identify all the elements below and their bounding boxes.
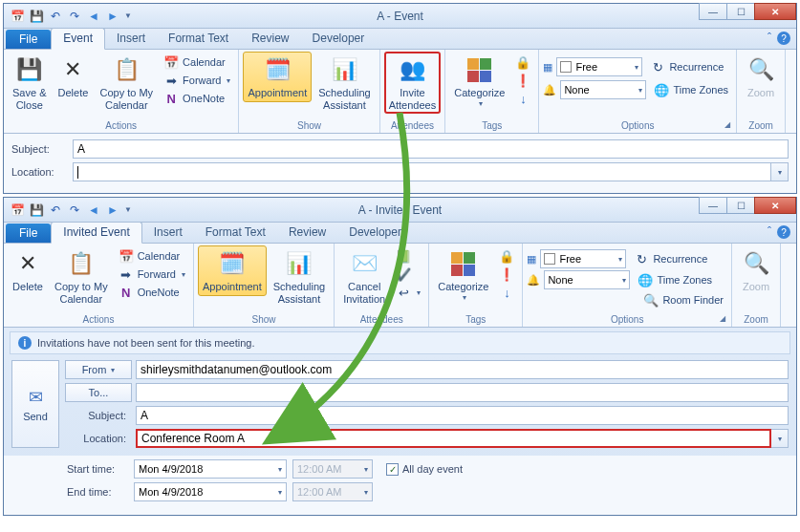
save-icon[interactable]: 💾 — [29, 9, 44, 24]
delete-button[interactable]: ✕ Delete — [53, 52, 93, 102]
onenote-button[interactable]: NOneNote — [160, 90, 234, 107]
next-icon[interactable]: ► — [105, 202, 120, 218]
end-date-combo[interactable]: Mon 4/9/2018▾ — [134, 482, 287, 501]
close-button[interactable]: ✕ — [754, 197, 796, 214]
minimize-button[interactable]: — — [699, 197, 727, 214]
group-label-show: Show — [198, 313, 330, 327]
save-icon[interactable]: 💾 — [29, 202, 44, 218]
categorize-button[interactable]: Categorize▾ — [433, 245, 493, 305]
forward-button[interactable]: ➡Forward▾ — [160, 72, 234, 89]
group-show: 🗓️ Appointment 📊 Scheduling Assistant Sh… — [239, 50, 379, 133]
categorize-button[interactable]: Categorize▾ — [449, 52, 509, 111]
recurrence-button[interactable]: ↻Recurrence — [630, 250, 711, 267]
options-launcher[interactable]: ◢ — [724, 120, 730, 129]
invite-attendees-button[interactable]: 👥 Invite Attendees — [384, 52, 442, 114]
tab-format-text[interactable]: Format Text — [194, 223, 277, 243]
all-day-checkbox[interactable]: ✓All day event — [386, 463, 463, 476]
undo-icon[interactable]: ↶ — [48, 9, 63, 24]
from-button[interactable]: From ▾ — [65, 360, 132, 379]
tab-insert[interactable]: Insert — [142, 223, 194, 243]
tab-file[interactable]: File — [6, 30, 51, 49]
recurrence-button[interactable]: ↻Recurrence — [646, 58, 727, 75]
importance-low-button[interactable]: ↓ — [511, 90, 534, 107]
send-button[interactable]: ✉ Send — [11, 360, 59, 448]
private-button[interactable]: 🔒 — [495, 247, 518, 265]
address-book-button[interactable]: 📗 — [392, 247, 424, 265]
check-names-button[interactable]: ✔️ — [392, 266, 424, 283]
group-label-options: Options◢ — [527, 313, 727, 327]
qat-dropdown[interactable]: ▼ — [124, 205, 132, 214]
maximize-button[interactable]: ☐ — [726, 197, 755, 214]
prev-icon[interactable]: ◄ — [86, 202, 101, 218]
delete-button[interactable]: ✕ Delete — [8, 245, 48, 296]
calendar-button[interactable]: 📅Calendar — [115, 247, 189, 265]
importance-high-button[interactable]: ❗ — [495, 266, 518, 283]
minimize-ribbon-icon[interactable]: ˆ — [768, 225, 771, 239]
minimize-ribbon-icon[interactable]: ˆ — [768, 32, 771, 45]
info-bar: i Invitations have not been sent for thi… — [10, 331, 790, 354]
onenote-button[interactable]: NOneNote — [115, 284, 189, 301]
appointment-button[interactable]: 🗓️ Appointment — [198, 245, 267, 296]
location-dropdown[interactable]: ▾ — [771, 162, 789, 181]
tab-event[interactable]: Event — [51, 28, 105, 50]
location-dropdown[interactable]: ▾ — [771, 429, 789, 448]
prev-icon[interactable]: ◄ — [86, 9, 101, 24]
forward-button[interactable]: ➡Forward▾ — [115, 266, 189, 283]
subject-input[interactable]: A — [73, 139, 789, 159]
zoom-button: 🔍 Zoom — [741, 52, 781, 102]
tab-review[interactable]: Review — [277, 223, 337, 243]
tab-format-text[interactable]: Format Text — [157, 29, 240, 49]
undo-icon[interactable]: ↶ — [48, 202, 63, 218]
group-label-tags: Tags — [433, 313, 518, 327]
show-as-combo[interactable]: Free▾ — [540, 249, 626, 268]
subject-input[interactable]: A — [136, 406, 789, 425]
scheduling-assistant-button[interactable]: 📊 Scheduling Assistant — [269, 245, 330, 308]
calendar-button[interactable]: 📅Calendar — [160, 53, 234, 71]
save-close-button[interactable]: 💾 Save & Close — [8, 52, 51, 114]
appointment-button[interactable]: 🗓️ Appointment — [243, 52, 312, 102]
time-zones-button[interactable]: 🌐Time Zones — [650, 81, 732, 98]
maximize-button[interactable]: ☐ — [726, 3, 755, 20]
copy-to-calendar-button[interactable]: 📋 Copy to My Calendar — [95, 52, 158, 114]
show-as-combo[interactable]: Free▾ — [556, 57, 642, 76]
help-icon[interactable]: ? — [777, 32, 790, 45]
copy-to-calendar-button[interactable]: 📋 Copy to My Calendar — [50, 245, 113, 308]
calendar-icon[interactable]: 📅 — [10, 9, 25, 24]
room-finder-button[interactable]: 🔍Room Finder — [639, 291, 727, 309]
time-zones-button[interactable]: 🌐Time Zones — [634, 271, 716, 288]
tab-developer[interactable]: Developer — [301, 29, 377, 49]
cancel-invitation-button[interactable]: ✉️ Cancel Invitation — [338, 245, 390, 308]
minimize-button[interactable]: — — [699, 3, 727, 20]
qat-dropdown[interactable]: ▼ — [124, 11, 132, 20]
tab-insert[interactable]: Insert — [105, 29, 157, 49]
compose-area: ✉ Send From ▾ shirleysmithdatanumen@outl… — [4, 360, 796, 456]
redo-icon[interactable]: ↷ — [67, 9, 82, 24]
response-options-button[interactable]: ↩▾ — [392, 284, 424, 301]
from-field[interactable]: shirleysmithdatanumen@outlook.com — [136, 360, 789, 379]
calendar-icon[interactable]: 📅 — [10, 202, 25, 218]
reminder-combo[interactable]: None▾ — [544, 270, 630, 289]
scheduling-assistant-button[interactable]: 📊 Scheduling Assistant — [314, 52, 375, 114]
next-icon[interactable]: ► — [105, 9, 120, 24]
location-input[interactable]: Conference Room A — [136, 429, 771, 448]
tab-review[interactable]: Review — [240, 29, 300, 49]
tab-invited-event[interactable]: Invited Event — [51, 222, 141, 244]
private-button[interactable]: 🔒 — [511, 53, 534, 71]
start-date-combo[interactable]: Mon 4/9/2018▾ — [134, 459, 287, 479]
close-button[interactable]: ✕ — [754, 3, 796, 20]
tab-file[interactable]: File — [6, 223, 51, 243]
reminder-combo[interactable]: None▾ — [560, 80, 646, 99]
datetime-area: Start time: Mon 4/9/2018▾ 12:00 AM▾ ✓All… — [4, 456, 796, 515]
group-zoom: 🔍 Zoom Zoom — [732, 244, 781, 327]
group-tags: Categorize▾ 🔒 ❗ ↓ Tags — [429, 244, 523, 327]
importance-high-button[interactable]: ❗ — [511, 72, 534, 89]
tab-developer[interactable]: Developer — [337, 223, 413, 243]
to-button[interactable]: To... — [65, 383, 132, 402]
options-launcher[interactable]: ◢ — [720, 314, 725, 323]
redo-icon[interactable]: ↷ — [67, 202, 82, 218]
to-field[interactable] — [136, 383, 789, 402]
importance-low-button[interactable]: ↓ — [495, 284, 518, 301]
location-input[interactable] — [73, 162, 771, 181]
help-icon[interactable]: ? — [777, 225, 790, 239]
group-actions: 💾 Save & Close ✕ Delete 📋 Copy to My Cal… — [4, 50, 239, 133]
